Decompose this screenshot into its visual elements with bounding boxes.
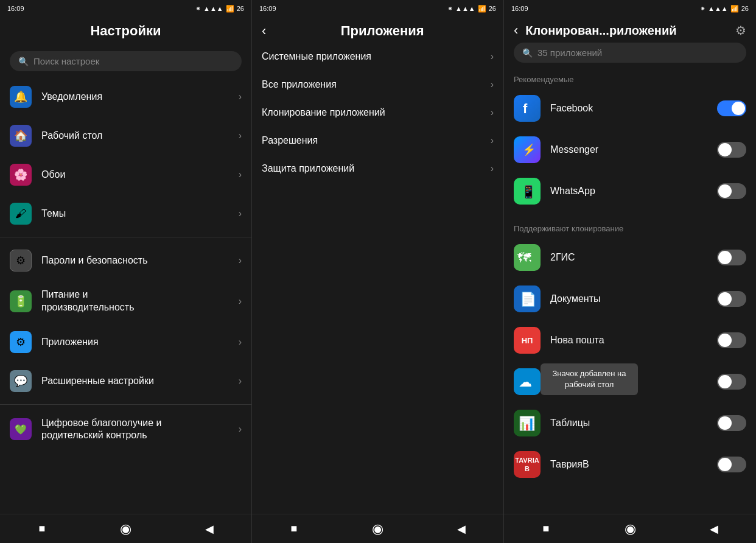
protection-chevron: › bbox=[491, 163, 494, 174]
tavria-toggle[interactable] bbox=[717, 457, 746, 472]
tavria-name: ТаврияВ bbox=[550, 459, 717, 470]
facebook-icon: f bbox=[514, 95, 541, 122]
nav-circle-2[interactable]: ◉ bbox=[365, 520, 390, 538]
digital-icon: 💚 bbox=[10, 418, 32, 440]
notifications-icon: 🔔 bbox=[10, 86, 32, 108]
clone-item-cloudy[interactable]: ☁ Значок добавлен на рабочий стол bbox=[504, 361, 756, 402]
search-icon: 🔍 bbox=[18, 57, 29, 66]
notifications-chevron: › bbox=[239, 91, 242, 102]
clone-item-novaposhta[interactable]: НП Нова пошта bbox=[504, 320, 756, 361]
clone-item-messenger[interactable]: ⚡ Messenger bbox=[504, 129, 756, 170]
settings-item-digital[interactable]: 💚 Цифровое благополучие иродительский ко… bbox=[0, 408, 251, 451]
system-apps-label: Системные приложения bbox=[262, 51, 491, 62]
svg-text:📊: 📊 bbox=[519, 415, 536, 432]
status-icons-3: ⁕ ▲▲▲ 📶 26 bbox=[700, 5, 749, 13]
sheets-toggle[interactable] bbox=[717, 415, 746, 431]
battery-icon-2: 26 bbox=[489, 5, 496, 12]
clone-item-facebook[interactable]: f Facebook bbox=[504, 88, 756, 129]
clone-item-whatsapp[interactable]: 📱 WhatsApp bbox=[504, 170, 756, 212]
apps-item-permissions[interactable]: Разрешения › bbox=[252, 127, 503, 155]
messenger-toggle[interactable] bbox=[717, 142, 746, 158]
cloudy-toggle-knob bbox=[718, 375, 732, 388]
settings-item-passwords[interactable]: ⚙ Пароли и безопасность › bbox=[0, 241, 251, 280]
gis-name: 2ГИС bbox=[550, 252, 717, 263]
whatsapp-icon: 📱 bbox=[514, 178, 541, 205]
section-recommended: Рекомендуемые bbox=[504, 69, 756, 88]
nav-bar-1: ■ ◉ ◀ bbox=[0, 514, 251, 543]
back-button-3[interactable]: ‹ bbox=[514, 24, 518, 37]
novaposhta-toggle[interactable] bbox=[717, 332, 746, 348]
signal-icon-2: ▲▲▲ bbox=[455, 5, 475, 12]
nav-back-3[interactable]: ◀ bbox=[702, 520, 726, 538]
nav-square-3[interactable]: ■ bbox=[534, 520, 558, 538]
settings-item-themes[interactable]: 🖌 Темы › bbox=[0, 194, 251, 233]
clone-item-docs[interactable]: 📄 Документы bbox=[504, 278, 756, 320]
apps-header: ‹ Приложения bbox=[252, 17, 503, 43]
cloudy-icon: ☁ bbox=[514, 368, 541, 395]
nav-square-2[interactable]: ■ bbox=[282, 520, 306, 538]
settings-header: Настройки bbox=[0, 17, 251, 49]
messenger-name: Messenger bbox=[550, 144, 717, 155]
clone-app-list: Рекомендуемые f Facebook ⚡ Messenger bbox=[504, 69, 756, 514]
settings-item-wallpaper[interactable]: 🌸 Обои › bbox=[0, 155, 251, 194]
power-label: Питание ипроизводительность bbox=[41, 289, 239, 314]
clone-search[interactable]: 🔍 35 приложений bbox=[514, 43, 746, 63]
apps-item-clone[interactable]: Клонирование приложений › bbox=[252, 99, 503, 127]
panel-apps: 16:09 ⁕ ▲▲▲ 📶 26 ‹ Приложения Системные … bbox=[252, 0, 504, 543]
power-chevron: › bbox=[239, 296, 242, 307]
advanced-label: Расширенные настройки bbox=[41, 376, 239, 387]
settings-item-desktop[interactable]: 🏠 Рабочий стол › bbox=[0, 116, 251, 155]
battery-icon-3: 26 bbox=[741, 5, 749, 12]
nav-circle-3[interactable]: ◉ bbox=[618, 520, 642, 538]
novaposhta-toggle-knob bbox=[718, 334, 732, 347]
apps-list: Системные приложения › Все приложения › … bbox=[252, 43, 503, 514]
settings-item-notifications[interactable]: 🔔 Уведомления › bbox=[0, 77, 251, 116]
clone-item-sheets[interactable]: 📊 Таблицы bbox=[504, 402, 756, 444]
gis-toggle[interactable] bbox=[717, 250, 746, 265]
messenger-toggle-knob bbox=[718, 143, 732, 156]
panel-settings: 16:09 ⁕ ▲▲▲ 📶 26 Настройки 🔍 Поиск настр… bbox=[0, 0, 252, 543]
nav-circle-1[interactable]: ◉ bbox=[113, 520, 138, 538]
permissions-chevron: › bbox=[491, 135, 494, 146]
settings-title: Настройки bbox=[10, 23, 242, 39]
status-time-2: 16:09 bbox=[259, 5, 276, 12]
clone-item-2gis[interactable]: 🗺 2ГИС bbox=[504, 237, 756, 278]
bt-icon: ⁕ bbox=[195, 5, 201, 13]
signal-icon: ▲▲▲ bbox=[203, 5, 223, 12]
clone-item-tavria[interactable]: TAVRIAВ ТаврияВ bbox=[504, 444, 756, 485]
nav-square-1[interactable]: ■ bbox=[30, 520, 54, 538]
whatsapp-toggle[interactable] bbox=[717, 183, 746, 199]
apps-item-all[interactable]: Все приложения › bbox=[252, 71, 503, 99]
settings-item-power[interactable]: 🔋 Питание ипроизводительность › bbox=[0, 280, 251, 323]
facebook-toggle[interactable] bbox=[717, 100, 746, 116]
settings-search[interactable]: 🔍 Поиск настроек bbox=[10, 51, 242, 71]
apps-item-system[interactable]: Системные приложения › bbox=[252, 43, 503, 71]
sheets-icon: 📊 bbox=[514, 410, 541, 436]
gear-icon-3[interactable]: ⚙ bbox=[735, 23, 746, 38]
apps-item-protection[interactable]: Защита приложений › bbox=[252, 155, 503, 183]
settings-item-advanced[interactable]: 💬 Расширенные настройки › bbox=[0, 362, 251, 401]
docs-toggle[interactable] bbox=[717, 291, 746, 307]
svg-text:📱: 📱 bbox=[521, 184, 536, 199]
tavria-icon: TAVRIAВ bbox=[514, 451, 541, 478]
nav-back-1[interactable]: ◀ bbox=[197, 520, 222, 538]
cloudy-toggle[interactable] bbox=[717, 374, 746, 390]
search-icon-3: 🔍 bbox=[522, 48, 533, 58]
themes-label: Темы bbox=[41, 208, 239, 219]
search-placeholder: Поиск настроек bbox=[33, 56, 99, 66]
wifi-icon-3: 📶 bbox=[730, 5, 739, 13]
desktop-label: Рабочий стол bbox=[41, 130, 239, 141]
all-apps-chevron: › bbox=[491, 79, 494, 90]
clone-apps-label: Клонирование приложений bbox=[262, 107, 491, 118]
spacer-1 bbox=[504, 212, 756, 218]
whatsapp-toggle-knob bbox=[718, 184, 732, 198]
system-apps-chevron: › bbox=[491, 51, 494, 62]
status-icons-1: ⁕ ▲▲▲ 📶 26 bbox=[195, 5, 244, 13]
digital-chevron: › bbox=[239, 424, 242, 435]
advanced-icon: 💬 bbox=[10, 370, 32, 392]
settings-item-apps[interactable]: ⚙ Приложения › bbox=[0, 323, 251, 362]
status-bar-2: 16:09 ⁕ ▲▲▲ 📶 26 bbox=[252, 0, 503, 17]
back-button-2[interactable]: ‹ bbox=[262, 24, 266, 38]
nav-back-2[interactable]: ◀ bbox=[449, 520, 474, 538]
panel-clone: 16:09 ⁕ ▲▲▲ 📶 26 ‹ Клонирован...риложени… bbox=[504, 0, 756, 543]
